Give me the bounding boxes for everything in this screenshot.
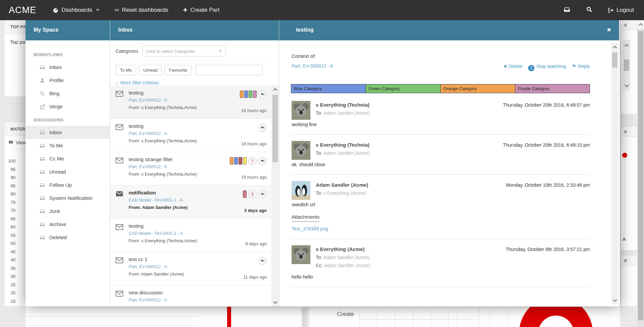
chevron-down-icon[interactable] — [271, 298, 279, 306]
close-icon[interactable]: ✖ — [621, 126, 637, 137]
filter-button-to-me[interactable]: To Me — [116, 65, 136, 75]
message-context-link[interactable]: Part, EV-000012 : A — [129, 264, 218, 269]
eye-icon — [8, 140, 13, 146]
message-context-link[interactable]: CAD Model - DH-0001-1 - A — [129, 231, 218, 236]
to-label: To: — [316, 150, 322, 156]
reply-button[interactable] — [258, 257, 267, 265]
sidebar-item-archive[interactable]: Archive — [26, 218, 110, 231]
inbox-message-row[interactable]: notificationCAD Model - DH-0001-1 - AFro… — [110, 185, 271, 219]
sidebar-item-follow-up[interactable]: Follow Up — [26, 178, 110, 191]
message-context-link[interactable]: CAD Model - DH-0001-1 - A — [129, 197, 218, 203]
nav-reset-dashboards[interactable]: ✂ Reset dashboards — [107, 0, 176, 20]
categories-select[interactable]: Click to select Categories — [142, 46, 226, 57]
stop-watching-button[interactable]: 2Stop watching — [528, 64, 566, 69]
inbox-icon — [40, 156, 45, 161]
category-bar-orange: Orange Category — [441, 84, 515, 93]
notifications-tray-button[interactable] — [556, 0, 578, 20]
inbox-message-list: testingPart, EV-000012 : AFrom: s Everyt… — [110, 85, 271, 306]
message-divider — [292, 134, 590, 135]
message-cc-row: Cc:Adam Sandler (Acme) — [292, 261, 590, 269]
scrollbar-thumb[interactable] — [638, 31, 643, 320]
chevron-up-icon[interactable] — [271, 85, 279, 94]
sidebar-item-profile[interactable]: Profile — [26, 74, 110, 87]
external-icon — [40, 104, 45, 109]
filter-button-unread[interactable]: Unread — [139, 65, 162, 75]
inbox-message-row[interactable]: new discussionPart, EV-000012 : A — [110, 285, 271, 306]
sidebar-item-system-notification[interactable]: System Notification — [26, 191, 110, 205]
chevron-down-icon[interactable] — [611, 296, 618, 304]
bg-create-button[interactable]: Create — [337, 311, 354, 318]
detail-scrollbar[interactable] — [611, 43, 618, 304]
sidebar-item-to-me[interactable]: To Me — [26, 139, 110, 152]
message-from: From: s Everything (Technia,Acme) — [129, 172, 218, 177]
sidebar-item-verge[interactable]: Verge — [26, 100, 110, 113]
inbox-tray-icon — [564, 6, 570, 14]
message-head: Monday, October 10th 2016, 2:33:46 pmAda… — [292, 181, 590, 189]
reply-button[interactable] — [258, 190, 267, 198]
inbox-search-input[interactable] — [196, 65, 263, 75]
inbox-message-row[interactable]: testingPart, EV-000012 : AFrom: s Everyt… — [110, 85, 271, 119]
envelope-icon — [116, 291, 123, 306]
close-icon[interactable]: ✖ — [621, 20, 637, 30]
filter-button-favourite[interactable]: Favourite — [165, 65, 191, 75]
logout-button[interactable]: Logout — [600, 0, 644, 20]
bg-axis-tick-label: 15 — [4, 299, 15, 304]
sidebar-item-inbox[interactable]: Inbox — [26, 61, 110, 74]
sidebar-item-inbox[interactable]: Inbox — [26, 126, 110, 139]
inbox-icon — [40, 143, 45, 148]
message-time: 18 hours ago — [241, 108, 267, 113]
message-to-row: To:Adam Sandler (Acme) — [292, 149, 590, 157]
bg-right-card-1: ✖ — [620, 20, 637, 114]
reply-button[interactable] — [258, 90, 267, 99]
nav-dashboards[interactable]: Dashboards — [45, 0, 107, 20]
bg-axis-tick-label: 45 — [4, 249, 15, 254]
sidebar-item-label: To Me — [49, 143, 63, 148]
sidebar-item-deleted[interactable]: Deleted — [26, 231, 110, 244]
sidebar-item-junk[interactable]: Junk — [26, 205, 110, 218]
inbox-icon — [40, 195, 45, 201]
message-context-link[interactable]: Part, EV-000012 : A — [129, 164, 218, 169]
envelope-icon — [116, 91, 123, 115]
chevron-up-icon[interactable] — [611, 43, 618, 51]
inbox-scrollbar[interactable] — [271, 85, 279, 306]
sidebar-item-unread[interactable]: Unread — [26, 165, 110, 178]
bg-gridline — [26, 316, 197, 317]
message-row-right: 13 days ago — [224, 190, 267, 215]
nav-create-part[interactable]: ✚ Create Part — [176, 0, 227, 20]
message-context-link[interactable]: Part, EV-000012 : A — [129, 98, 218, 103]
page-scrollbar[interactable] — [637, 20, 644, 327]
close-icon[interactable]: ✖ — [621, 255, 637, 266]
message-row-main: notificationCAD Model - DH-0001-1 - AFro… — [129, 190, 218, 215]
message-context-link[interactable]: Part, EV-000012 : A — [129, 297, 218, 302]
chevron-up-icon[interactable] — [637, 20, 644, 29]
scrollbar-thumb[interactable] — [272, 95, 278, 162]
inbox-icon — [40, 65, 45, 70]
search-button[interactable] — [578, 0, 600, 20]
watch-count-badge: 2 — [528, 65, 534, 71]
reply-icon — [572, 64, 577, 69]
close-icon[interactable]: ✖ — [607, 27, 611, 33]
reply-button[interactable] — [258, 123, 267, 132]
scrollbar-thumb[interactable] — [612, 52, 617, 68]
reply-button[interactable] — [258, 157, 267, 165]
inbox-message-row[interactable]: testing strange filterPart, EV-000012 : … — [110, 152, 271, 185]
bg-axis-tick-label: 20 — [4, 290, 15, 295]
message-to-row: To:s Everything (Acme) — [292, 189, 590, 197]
bg-mini-scrollbar[interactable] — [623, 40, 630, 90]
brand-logo[interactable]: ACME — [0, 5, 45, 15]
reply-button[interactable]: Reply — [572, 64, 590, 69]
sidebar-item-cc-me[interactable]: Cc Me — [26, 152, 110, 165]
envelope-icon — [116, 157, 123, 182]
inbox-message-row[interactable]: testingPart, EV-000012 : AFrom: s Everyt… — [110, 119, 271, 152]
bg-gridline — [448, 310, 449, 327]
delete-button[interactable]: ✖Delete — [504, 64, 522, 69]
inbox-message-row[interactable]: testingCAD Model - DH-0001-1 - AFrom: s … — [110, 219, 271, 252]
message-context-link[interactable]: Part, EV-000012 : A — [129, 131, 218, 136]
bg-create-panel: Create — [309, 306, 479, 327]
thread-message: Thursday, October 20th 2016, 6:48:57 pms… — [292, 101, 590, 135]
scrollbar-thumb[interactable] — [624, 60, 629, 71]
inbox-message-row[interactable]: test cc 1Part, EV-000012 : AFrom: Adam S… — [110, 252, 271, 285]
sidebar-item-bing[interactable]: Bing — [26, 87, 110, 100]
cc-recipient: Adam Sandler (Acme) — [324, 263, 371, 268]
attachment-link[interactable]: Test_3763Ã¶.png — [292, 226, 590, 231]
